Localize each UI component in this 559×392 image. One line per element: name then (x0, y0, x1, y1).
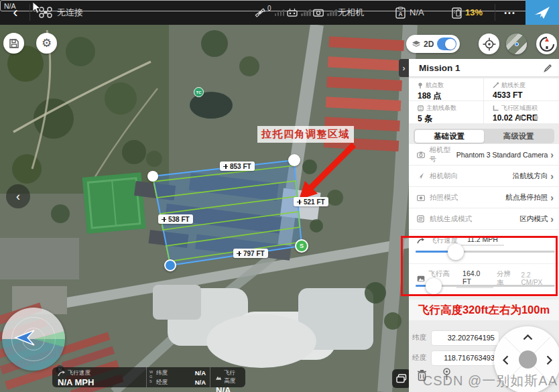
takeoff-button[interactable] (525, 0, 559, 25)
crosshair-icon (483, 38, 496, 51)
battery-icon (452, 7, 462, 19)
satellite-count: 0 (267, 5, 271, 12)
save-mission-button[interactable] (3, 33, 24, 54)
camera-signal-bars (327, 9, 337, 16)
speed-slider-track[interactable] (416, 251, 555, 253)
telemetry-altitude-value: N/A FT (216, 386, 240, 392)
attitude-indicator[interactable] (2, 308, 65, 371)
flight-parameter-sliders: 飞行速度 11.2 MPH 飞行高度 164.0 FT 分辨率 2.2 CM/P… (409, 230, 559, 297)
telemetry-speed: 飞行速度 N/A MPH (52, 367, 146, 387)
route-length-icon (493, 82, 499, 88)
map-mode-pill: 2D (406, 35, 460, 53)
ruler-cross-icon (297, 200, 302, 204)
map-mode-label: 2D (424, 40, 434, 49)
pagination-dot[interactable] (534, 115, 538, 120)
setting-camera-model[interactable]: 相机型号 Phantom 3 Standard Camera › (409, 144, 559, 166)
more-menu-button[interactable]: ••• (499, 0, 521, 25)
heading-arrow-icon (417, 172, 424, 180)
dpad-up-button[interactable] (523, 334, 533, 340)
speed-slider-handle[interactable] (448, 244, 464, 260)
left-drawer-button[interactable]: ‹ (6, 184, 30, 208)
remote-controller-status[interactable] (287, 0, 311, 25)
mission-header: Mission 1 (409, 59, 559, 77)
altitude-slider-track[interactable] (416, 285, 555, 287)
latitude-input[interactable]: 32.202764195 (431, 330, 499, 346)
rc-signal-bars (301, 9, 311, 16)
aircraft-connection-status[interactable]: 无连接 (39, 0, 83, 25)
overlay-windows-button[interactable] (392, 369, 411, 388)
ruler-cross-icon (162, 217, 166, 222)
map-type-switch-button[interactable] (506, 34, 527, 54)
resolution-value: 2.2 CM/PX (521, 271, 552, 286)
chevron-left-icon: ‹ (16, 190, 20, 204)
chevron-right-icon: › (550, 193, 554, 202)
setting-camera-heading[interactable]: 相机朝向 沿航线方向 › (409, 166, 559, 187)
wgs-label: WGS (149, 370, 154, 387)
tab-basic-settings[interactable]: 基础设置 (415, 130, 485, 143)
checklist-icon: A (395, 7, 406, 19)
stats-pagination[interactable] (518, 115, 538, 120)
back-button[interactable]: ‹ (5, 0, 25, 25)
camera-signal-status[interactable] (313, 0, 337, 25)
edge-length-top: 853 FT (230, 163, 251, 170)
compass-icon (540, 37, 554, 52)
dpad-right-button[interactable] (546, 355, 552, 365)
locate-me-button[interactable] (479, 34, 499, 54)
camera-status-label: 无相机 (338, 0, 364, 25)
speed-slider-row: 飞行速度 11.2 MPH (409, 230, 559, 263)
pagination-dot-active[interactable] (518, 115, 523, 120)
telemetry-altitude: 飞行高度 N/A FT (210, 367, 245, 387)
telemetry-bar: 飞行速度 N/A MPH WGS 纬度N/A 经度N/A 飞行高度 N/A FT (52, 367, 245, 387)
mission-settings-button[interactable]: ⚙ (36, 33, 57, 54)
altitude-note-banner: 飞行高度320ft左右为100m (409, 300, 559, 320)
area-corner-handle-topright[interactable] (288, 154, 300, 166)
edit-pencil-icon[interactable] (544, 64, 552, 72)
battery-status[interactable]: 13% (452, 0, 483, 25)
stat-area-size: 飞行区域面积 10.02 ACRE (484, 101, 559, 124)
start-marker-label: S (300, 243, 304, 249)
2d-3d-toggle[interactable] (437, 38, 456, 50)
panel-collapse-button[interactable]: › (399, 59, 409, 77)
tab-advanced-settings[interactable]: 高级设置 (484, 130, 554, 143)
svg-text:A: A (398, 10, 402, 17)
compass-reset-button[interactable] (536, 34, 557, 54)
route-start-marker[interactable]: S (295, 239, 308, 253)
telemetry-lat-label: 纬度 (156, 369, 168, 377)
edge-length-right: 521 FT (304, 198, 325, 206)
camera-icon (313, 9, 324, 17)
altitude-slider-handle[interactable] (426, 278, 442, 294)
stat-waypoint-count: 航点数 188 点 (409, 78, 484, 101)
area-ruler-icon (493, 105, 499, 111)
chevron-right-icon: › (550, 172, 554, 181)
preflight-checklist[interactable]: A N/A (395, 0, 424, 25)
telemetry-lat-value: N/A (195, 369, 206, 377)
edge-length-badge-left: 538 FT (158, 214, 193, 224)
speed-value: 11.2 MPH (461, 235, 504, 246)
area-corner-handle-topleft[interactable] (147, 171, 158, 182)
connection-status-label: 无连接 (57, 7, 83, 19)
area-corner-handle-bottomleft[interactable] (164, 259, 176, 271)
airplane-icon (534, 5, 550, 20)
layers-icon (412, 40, 420, 48)
longitude-label: 经度 (412, 353, 427, 363)
ruler-cross-icon (223, 164, 228, 169)
ellipsis-icon: ••• (504, 9, 516, 17)
mission-panel: › Mission 1 航点数 188 点 航线长度 4533 FT (409, 59, 559, 392)
edge-length-bottom: 797 FT (243, 250, 265, 257)
topbar-divider (29, 4, 30, 21)
latitude-row: 纬度 32.202764195 (412, 330, 499, 346)
edge-length-left: 538 FT (168, 216, 190, 223)
dpad-left-button[interactable] (503, 355, 509, 365)
speed-icon (417, 238, 424, 244)
altitude-icon (216, 375, 221, 381)
gps-status[interactable]: 0 (255, 0, 284, 25)
altitude-icon (417, 275, 425, 282)
watermark: CSDN @一别如斯AA (423, 372, 558, 390)
longitude-input[interactable]: 118.716763493 (431, 350, 499, 366)
toggle-knob (445, 39, 456, 50)
setting-photo-mode[interactable]: 拍照模式 航点悬停拍照 › (409, 187, 559, 208)
map-poi-marker[interactable]: TC (194, 87, 204, 97)
ruler-cross-icon (237, 251, 241, 256)
setting-route-generation-mode[interactable]: 航线生成模式 区内模式 › (409, 208, 559, 230)
dpad-center-button[interactable] (519, 350, 537, 369)
